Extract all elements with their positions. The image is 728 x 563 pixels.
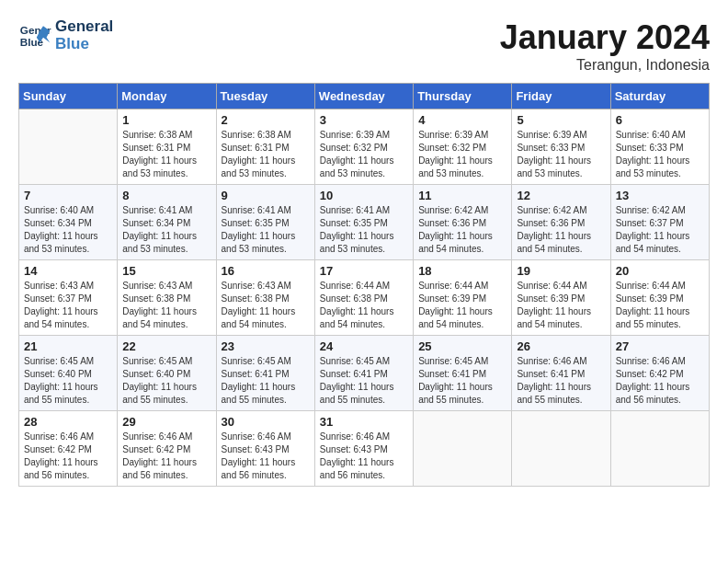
calendar-cell: 25 Sunrise: 6:45 AM Sunset: 6:41 PM Dayl… [414, 336, 512, 411]
day-info: Sunrise: 6:46 AM Sunset: 6:41 PM Dayligh… [517, 355, 605, 407]
calendar-cell: 5 Sunrise: 6:39 AM Sunset: 6:33 PM Dayli… [512, 109, 610, 185]
day-number: 12 [517, 189, 605, 202]
col-header-monday: Monday [118, 84, 216, 109]
calendar-table: SundayMondayTuesdayWednesdayThursdayFrid… [18, 83, 710, 487]
day-number: 22 [122, 339, 210, 353]
day-info: Sunrise: 6:41 AM Sunset: 6:34 PM Dayligh… [122, 204, 210, 256]
day-number: 11 [418, 189, 506, 202]
calendar-cell [19, 109, 118, 185]
calendar-cell: 12 Sunrise: 6:42 AM Sunset: 6:36 PM Dayl… [512, 185, 610, 260]
day-info: Sunrise: 6:44 AM Sunset: 6:39 PM Dayligh… [517, 280, 605, 331]
calendar-cell: 14 Sunrise: 6:43 AM Sunset: 6:37 PM Dayl… [19, 260, 118, 336]
day-number: 15 [122, 264, 210, 278]
calendar-cell: 1 Sunrise: 6:38 AM Sunset: 6:31 PM Dayli… [118, 109, 216, 185]
day-info: Sunrise: 6:43 AM Sunset: 6:38 PM Dayligh… [122, 280, 210, 331]
title-block: January 2024 Terangun, Indonesia [500, 18, 710, 74]
logo-icon: General Blue [18, 19, 51, 52]
day-info: Sunrise: 6:45 AM Sunset: 6:41 PM Dayligh… [320, 355, 408, 407]
calendar-cell: 11 Sunrise: 6:42 AM Sunset: 6:36 PM Dayl… [414, 185, 512, 260]
calendar-cell: 17 Sunrise: 6:44 AM Sunset: 6:38 PM Dayl… [314, 260, 413, 336]
day-number: 21 [24, 339, 112, 353]
day-info: Sunrise: 6:42 AM Sunset: 6:36 PM Dayligh… [418, 204, 506, 256]
day-info: Sunrise: 6:45 AM Sunset: 6:40 PM Dayligh… [122, 355, 210, 407]
day-number: 1 [122, 113, 210, 127]
day-number: 4 [418, 113, 506, 127]
day-info: Sunrise: 6:44 AM Sunset: 6:39 PM Dayligh… [616, 280, 704, 331]
day-number: 20 [616, 264, 704, 278]
calendar-cell: 4 Sunrise: 6:39 AM Sunset: 6:32 PM Dayli… [414, 109, 512, 185]
calendar-cell: 21 Sunrise: 6:45 AM Sunset: 6:40 PM Dayl… [19, 336, 118, 411]
day-info: Sunrise: 6:41 AM Sunset: 6:35 PM Dayligh… [320, 204, 408, 256]
col-header-thursday: Thursday [414, 84, 512, 109]
day-number: 18 [418, 264, 506, 278]
day-number: 17 [320, 264, 408, 278]
calendar-cell: 9 Sunrise: 6:41 AM Sunset: 6:35 PM Dayli… [216, 185, 314, 260]
calendar-cell: 31 Sunrise: 6:46 AM Sunset: 6:43 PM Dayl… [314, 411, 413, 487]
calendar-cell: 29 Sunrise: 6:46 AM Sunset: 6:42 PM Dayl… [118, 411, 216, 487]
calendar-cell [414, 411, 512, 487]
calendar-cell: 8 Sunrise: 6:41 AM Sunset: 6:34 PM Dayli… [118, 185, 216, 260]
day-number: 7 [24, 189, 112, 202]
day-info: Sunrise: 6:40 AM Sunset: 6:34 PM Dayligh… [24, 204, 112, 256]
calendar-cell: 30 Sunrise: 6:46 AM Sunset: 6:43 PM Dayl… [216, 411, 314, 487]
day-number: 24 [320, 339, 408, 353]
page-header: General Blue General Blue January 2024 T… [18, 18, 710, 74]
day-info: Sunrise: 6:44 AM Sunset: 6:39 PM Dayligh… [418, 280, 506, 331]
calendar-cell: 26 Sunrise: 6:46 AM Sunset: 6:41 PM Dayl… [512, 336, 610, 411]
calendar-cell: 15 Sunrise: 6:43 AM Sunset: 6:38 PM Dayl… [118, 260, 216, 336]
day-number: 9 [222, 189, 310, 202]
logo: General Blue General Blue [18, 18, 113, 52]
col-header-sunday: Sunday [19, 84, 118, 109]
day-number: 29 [122, 415, 210, 429]
day-info: Sunrise: 6:38 AM Sunset: 6:31 PM Dayligh… [222, 129, 310, 180]
calendar-cell: 27 Sunrise: 6:46 AM Sunset: 6:42 PM Dayl… [610, 336, 709, 411]
day-number: 5 [517, 113, 605, 127]
calendar-cell: 2 Sunrise: 6:38 AM Sunset: 6:31 PM Dayli… [216, 109, 314, 185]
calendar-cell: 28 Sunrise: 6:46 AM Sunset: 6:42 PM Dayl… [19, 411, 118, 487]
day-info: Sunrise: 6:46 AM Sunset: 6:43 PM Dayligh… [320, 431, 408, 482]
week-row-3: 14 Sunrise: 6:43 AM Sunset: 6:37 PM Dayl… [19, 260, 710, 336]
col-header-wednesday: Wednesday [314, 84, 413, 109]
day-number: 25 [418, 339, 506, 353]
col-header-tuesday: Tuesday [216, 84, 314, 109]
col-header-saturday: Saturday [610, 84, 709, 109]
day-number: 23 [222, 339, 310, 353]
day-info: Sunrise: 6:46 AM Sunset: 6:43 PM Dayligh… [222, 431, 310, 482]
day-number: 13 [616, 189, 704, 202]
day-info: Sunrise: 6:39 AM Sunset: 6:32 PM Dayligh… [418, 129, 506, 180]
calendar-cell: 6 Sunrise: 6:40 AM Sunset: 6:33 PM Dayli… [610, 109, 709, 185]
calendar-cell [512, 411, 610, 487]
week-row-5: 28 Sunrise: 6:46 AM Sunset: 6:42 PM Dayl… [19, 411, 710, 487]
day-number: 30 [222, 415, 310, 429]
logo-text-general: General [55, 18, 113, 36]
month-title: January 2024 [500, 18, 710, 57]
day-number: 27 [616, 339, 704, 353]
day-info: Sunrise: 6:45 AM Sunset: 6:40 PM Dayligh… [24, 355, 112, 407]
calendar-cell: 10 Sunrise: 6:41 AM Sunset: 6:35 PM Dayl… [314, 185, 413, 260]
calendar-cell: 23 Sunrise: 6:45 AM Sunset: 6:41 PM Dayl… [216, 336, 314, 411]
day-info: Sunrise: 6:45 AM Sunset: 6:41 PM Dayligh… [222, 355, 310, 407]
calendar-cell: 3 Sunrise: 6:39 AM Sunset: 6:32 PM Dayli… [314, 109, 413, 185]
day-info: Sunrise: 6:46 AM Sunset: 6:42 PM Dayligh… [616, 355, 704, 407]
day-info: Sunrise: 6:45 AM Sunset: 6:41 PM Dayligh… [418, 355, 506, 407]
day-info: Sunrise: 6:41 AM Sunset: 6:35 PM Dayligh… [222, 204, 310, 256]
day-info: Sunrise: 6:46 AM Sunset: 6:42 PM Dayligh… [122, 431, 210, 482]
day-number: 2 [222, 113, 310, 127]
day-info: Sunrise: 6:39 AM Sunset: 6:32 PM Dayligh… [320, 129, 408, 180]
calendar-cell: 24 Sunrise: 6:45 AM Sunset: 6:41 PM Dayl… [314, 336, 413, 411]
day-number: 10 [320, 189, 408, 202]
week-row-1: 1 Sunrise: 6:38 AM Sunset: 6:31 PM Dayli… [19, 109, 710, 185]
day-number: 28 [24, 415, 112, 429]
calendar-cell: 13 Sunrise: 6:42 AM Sunset: 6:37 PM Dayl… [610, 185, 709, 260]
day-info: Sunrise: 6:42 AM Sunset: 6:36 PM Dayligh… [517, 204, 605, 256]
day-number: 19 [517, 264, 605, 278]
logo-text-blue: Blue [55, 36, 113, 53]
calendar-cell: 18 Sunrise: 6:44 AM Sunset: 6:39 PM Dayl… [414, 260, 512, 336]
day-number: 3 [320, 113, 408, 127]
location: Terangun, Indonesia [500, 57, 710, 74]
day-number: 8 [122, 189, 210, 202]
day-info: Sunrise: 6:40 AM Sunset: 6:33 PM Dayligh… [616, 129, 704, 180]
calendar-cell: 22 Sunrise: 6:45 AM Sunset: 6:40 PM Dayl… [118, 336, 216, 411]
day-info: Sunrise: 6:43 AM Sunset: 6:38 PM Dayligh… [222, 280, 310, 331]
day-number: 6 [616, 113, 704, 127]
